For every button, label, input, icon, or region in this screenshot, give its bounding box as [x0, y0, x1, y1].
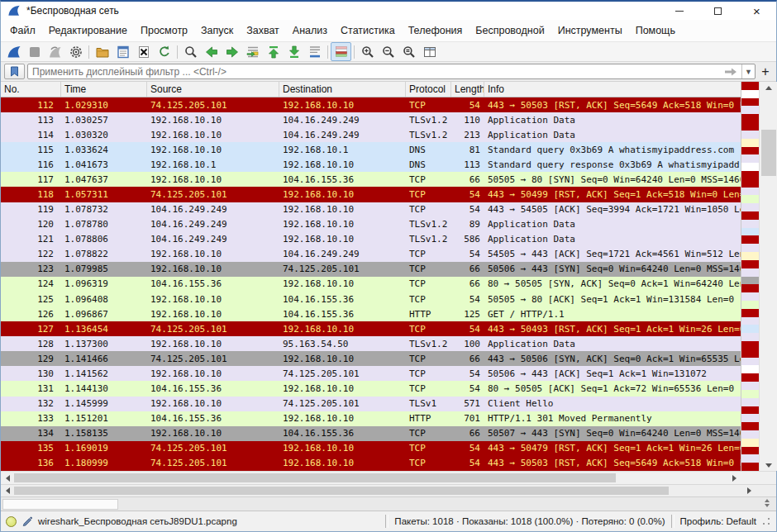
- go-back-button[interactable]: [201, 42, 222, 61]
- packet-row[interactable]: 1201.078780104.16.249.249192.168.10.10TL…: [1, 217, 741, 232]
- packet-row[interactable]: 1311.144130104.16.155.36192.168.10.10TCP…: [1, 381, 741, 396]
- scroll-down-button[interactable]: [760, 459, 777, 471]
- packet-row[interactable]: 1341.158135192.168.10.10104.16.155.36TCP…: [1, 426, 741, 441]
- vertical-scroll-thumb[interactable]: [761, 130, 776, 176]
- packet-row[interactable]: 1321.145999192.168.10.1074.125.205.101TL…: [1, 397, 741, 411]
- display-filter-input[interactable]: [28, 66, 720, 78]
- menu-file[interactable]: Файл: [3, 21, 42, 40]
- save-file-button[interactable]: [112, 42, 133, 61]
- packet-row[interactable]: 1221.078822192.168.10.10104.16.249.249TC…: [1, 247, 741, 262]
- packet-row[interactable]: 1171.047637192.168.10.10104.16.155.36TCP…: [1, 172, 741, 187]
- packet-row[interactable]: 1261.096867192.168.10.10104.16.155.36HTT…: [1, 306, 741, 321]
- scroll-right-button-2[interactable]: [742, 485, 756, 496]
- pane-spin-control[interactable]: [765, 499, 770, 507]
- filter-bookmark-button[interactable]: [4, 64, 25, 79]
- capture-comment-icon[interactable]: [21, 515, 33, 528]
- scroll-up-button[interactable]: [760, 82, 777, 93]
- vertical-scrollbar[interactable]: [759, 82, 777, 471]
- packet-row[interactable]: 1241.096319104.16.155.36192.168.10.10TCP…: [1, 277, 741, 292]
- packet-row[interactable]: 1231.079985192.168.10.1074.125.205.101TC…: [1, 262, 741, 277]
- column-header-no[interactable]: No.: [1, 82, 61, 97]
- cell-no: 128: [1, 339, 61, 349]
- horizontal-scroll-thumb-1[interactable]: [14, 473, 616, 482]
- packet-row[interactable]: 1161.041673192.168.10.1192.168.10.10DNS1…: [1, 157, 741, 172]
- scroll-right-button[interactable]: [727, 472, 741, 484]
- intelligent-scrollbar[interactable]: [741, 82, 759, 471]
- packet-row[interactable]: 1131.030257192.168.10.10104.16.249.249TL…: [1, 112, 741, 127]
- packet-row[interactable]: 1181.05731174.125.205.101192.168.10.10TC…: [1, 187, 741, 202]
- open-file-button[interactable]: [92, 42, 112, 61]
- empty-field: [2, 499, 118, 510]
- menu-help[interactable]: Помощь: [629, 21, 682, 40]
- packet-row[interactable]: 1121.02931074.125.205.101192.168.10.10TC…: [1, 97, 741, 112]
- filter-dropdown-button[interactable]: ▼: [741, 64, 755, 78]
- column-header-destination[interactable]: Destination: [279, 82, 406, 97]
- menu-wireless[interactable]: Беспроводной: [469, 21, 551, 40]
- zoom-normal-button[interactable]: [398, 42, 419, 61]
- packet-row[interactable]: 1191.078732104.16.249.249192.168.10.10TC…: [1, 202, 741, 217]
- menu-analyze[interactable]: Анализ: [286, 21, 334, 40]
- apply-filter-button[interactable]: [720, 65, 741, 78]
- profile-label[interactable]: Профиль: Default: [680, 516, 756, 526]
- packet-row[interactable]: 1141.030320192.168.10.10104.16.249.249TL…: [1, 127, 741, 142]
- packet-row[interactable]: 1301.141562192.168.10.1074.125.205.101TC…: [1, 366, 741, 381]
- capture-file-name[interactable]: wireshark_Беспроводная сетьJ89DU1.pcapng: [38, 516, 237, 526]
- menu-capture[interactable]: Захват: [240, 21, 286, 40]
- go-last-button[interactable]: [284, 42, 304, 61]
- column-header-time[interactable]: Time: [61, 82, 147, 97]
- horizontal-scrollbar-2[interactable]: [1, 484, 776, 496]
- column-header-info[interactable]: Info: [484, 82, 741, 97]
- minimap-stripe: [741, 82, 759, 90]
- menu-tools[interactable]: Инструменты: [551, 21, 629, 40]
- horizontal-scroll-thumb-2[interactable]: [14, 487, 669, 495]
- menu-view[interactable]: Просмотр: [134, 21, 194, 40]
- find-packet-button[interactable]: [180, 42, 201, 61]
- scroll-left-button[interactable]: [1, 472, 14, 484]
- column-header-source[interactable]: Source: [147, 82, 279, 97]
- cell-src: 104.16.249.249: [147, 204, 279, 215]
- cell-proto: DNS: [406, 159, 451, 170]
- packet-row[interactable]: 1251.096408192.168.10.10104.16.155.36TCP…: [1, 292, 741, 306]
- go-first-button[interactable]: [263, 42, 284, 61]
- minimap-stripe: [741, 463, 759, 471]
- start-capture-button[interactable]: [3, 42, 24, 61]
- horizontal-scrollbar-1[interactable]: [1, 471, 776, 484]
- cell-src: 192.168.10.10: [147, 294, 279, 305]
- auto-scroll-button[interactable]: [304, 42, 325, 61]
- packet-row[interactable]: 1271.13645474.125.205.101192.168.10.10TC…: [1, 321, 741, 336]
- packet-row[interactable]: 1211.078806104.16.249.249192.168.10.10TL…: [1, 232, 741, 247]
- column-header-protocol[interactable]: Protocol: [406, 82, 451, 97]
- stop-capture-button[interactable]: [24, 42, 45, 61]
- packet-row[interactable]: 1351.16901974.125.205.101192.168.10.10TC…: [1, 441, 741, 456]
- close-file-button[interactable]: [133, 42, 154, 61]
- go-forward-button[interactable]: [222, 42, 242, 61]
- packet-row[interactable]: 1151.033624192.168.10.10192.168.10.1DNS8…: [1, 142, 741, 157]
- add-filter-button[interactable]: +: [758, 64, 773, 79]
- expert-info-icon[interactable]: [6, 516, 17, 527]
- packet-row[interactable]: 1331.151201104.16.155.36192.168.10.10HTT…: [1, 411, 741, 426]
- close-button[interactable]: ×: [737, 2, 776, 20]
- restart-capture-button[interactable]: [45, 42, 65, 61]
- packet-row[interactable]: 1291.14146674.125.205.101192.168.10.10TC…: [1, 351, 741, 366]
- cell-proto: TCP: [406, 264, 451, 274]
- resize-columns-button[interactable]: [419, 42, 440, 61]
- resize-grip[interactable]: [761, 516, 771, 526]
- scroll-left-button-2[interactable]: [1, 485, 14, 496]
- restart-capture-icon: [48, 45, 63, 59]
- zoom-out-button[interactable]: [378, 42, 398, 61]
- go-to-packet-button[interactable]: [242, 42, 263, 61]
- menu-telephony[interactable]: Телефония: [402, 21, 470, 40]
- cell-proto: TLSv1: [406, 398, 451, 409]
- menu-go[interactable]: Запуск: [194, 21, 240, 40]
- reload-file-button[interactable]: [154, 42, 174, 61]
- packet-row[interactable]: 1281.137300192.168.10.1095.163.54.50TLSv…: [1, 336, 741, 351]
- capture-options-button[interactable]: [65, 42, 86, 61]
- minimize-button[interactable]: [660, 2, 698, 20]
- menu-edit[interactable]: Редактирование: [42, 21, 134, 40]
- packet-row[interactable]: 1361.18099974.125.205.101192.168.10.10TC…: [1, 456, 741, 471]
- column-header-length[interactable]: Length: [451, 82, 484, 97]
- colorize-button[interactable]: [331, 42, 351, 61]
- zoom-in-button[interactable]: [357, 42, 378, 61]
- maximize-button[interactable]: [698, 2, 737, 20]
- menu-statistics[interactable]: Статистика: [334, 21, 402, 40]
